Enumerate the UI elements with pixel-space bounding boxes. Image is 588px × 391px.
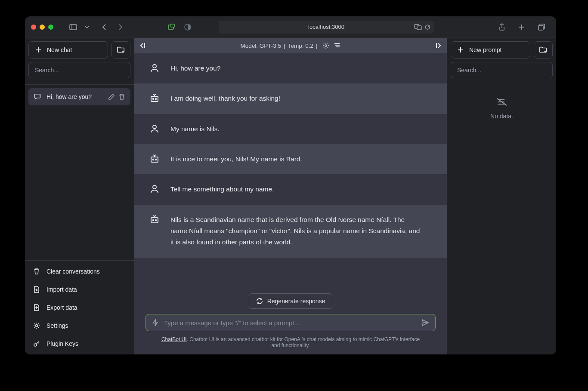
footer-note: ChatBot UI. Chatbot UI is an advanced ch… (141, 336, 440, 348)
tab-overview-icon[interactable] (535, 21, 548, 33)
plugin-keys-label: Plugin Keys (46, 340, 78, 347)
pencil-icon (108, 93, 115, 100)
new-prompt-label: New prompt (469, 46, 501, 53)
chat-list-button[interactable] (334, 42, 340, 49)
reload-icon[interactable] (424, 24, 430, 30)
translate-icon[interactable] (414, 24, 422, 30)
svg-point-15 (153, 125, 156, 129)
no-data-panel: No data. (447, 82, 556, 135)
svg-rect-3 (171, 24, 174, 27)
bot-avatar-icon (148, 214, 161, 248)
trash-icon (118, 93, 125, 100)
key-icon (33, 340, 40, 348)
folder-plus-icon (539, 46, 548, 54)
close-window-button[interactable] (31, 25, 36, 30)
svg-point-8 (36, 325, 38, 327)
send-button[interactable] (421, 319, 429, 326)
gear-icon (322, 42, 329, 49)
conversation-item[interactable]: Hi, how are you? (28, 88, 130, 105)
message-text: I am doing well, thank you for asking! (170, 93, 433, 104)
user-avatar-icon (148, 63, 161, 74)
collapse-left-sidebar-button[interactable] (139, 42, 147, 49)
user-avatar-icon (148, 123, 161, 135)
new-prompt-button[interactable]: New prompt (451, 41, 530, 58)
svg-rect-16 (151, 157, 158, 162)
message-list: Hi, how are you? I am doing well, thank … (134, 53, 447, 289)
plus-icon (35, 46, 42, 53)
footer-text: . Chatbot UI is an advanced chatbot kit … (187, 336, 420, 348)
svg-point-13 (153, 99, 154, 99)
new-chat-button[interactable]: New chat (28, 41, 108, 58)
tab-dropdown-icon[interactable] (84, 21, 90, 33)
footer-link[interactable]: ChatBot UI (161, 336, 187, 342)
sidebar-bottom-menu: Clear conversations Import data Export d… (25, 260, 134, 354)
user-avatar-icon (148, 184, 161, 195)
regenerate-button[interactable]: Regenerate response (249, 293, 333, 309)
minimize-window-button[interactable] (40, 25, 45, 30)
left-sidebar: New chat Hi, how are you? (25, 38, 134, 354)
url-bar[interactable]: localhost:3000 (219, 21, 434, 34)
model-label: Model: GPT-3.5 (241, 43, 282, 49)
message-text: Nils is a Scandinavian name that is deri… (170, 214, 433, 248)
conversation-list: Hi, how are you? (25, 84, 134, 109)
delete-conversation-button[interactable] (118, 93, 125, 100)
bolt-icon[interactable] (152, 319, 159, 326)
svg-point-10 (325, 45, 327, 46)
no-data-icon (496, 97, 508, 107)
search-conversations-input[interactable] (28, 62, 130, 78)
message-assistant: Nils is a Scandinavian name that is deri… (134, 205, 447, 258)
url-text: localhost:3000 (308, 24, 344, 30)
svg-point-11 (153, 65, 156, 68)
svg-rect-20 (151, 218, 158, 223)
new-chat-label: New chat (47, 46, 72, 53)
import-icon (33, 286, 40, 293)
plus-icon (457, 46, 464, 53)
import-data-label: Import data (46, 286, 77, 293)
message-input[interactable] (164, 319, 416, 326)
collapse-right-sidebar-button[interactable] (434, 42, 442, 49)
forward-button[interactable] (115, 21, 127, 33)
share-icon[interactable] (496, 21, 508, 33)
traffic-lights (31, 25, 53, 30)
chat-footer: Regenerate response ChatBot UI. Chatbot … (134, 289, 447, 354)
svg-point-19 (153, 185, 156, 189)
message-text: Hi, how are you? (170, 63, 433, 74)
import-data-button[interactable]: Import data (25, 280, 134, 299)
edit-conversation-button[interactable] (108, 93, 115, 100)
gear-icon (33, 322, 40, 329)
no-data-label: No data. (490, 113, 513, 120)
settings-label: Settings (46, 322, 68, 329)
message-text: My name is Nils. (170, 123, 433, 135)
message-user: My name is Nils. (134, 114, 447, 144)
svg-point-22 (155, 220, 156, 221)
sidebar-toggle-icon[interactable] (67, 21, 79, 33)
svg-rect-0 (70, 25, 77, 30)
temperature-label: Temp: 0.2 (288, 43, 313, 49)
maximize-window-button[interactable] (48, 25, 53, 30)
bot-avatar-icon (148, 93, 161, 104)
back-button[interactable] (98, 21, 110, 33)
new-folder-button[interactable] (111, 41, 130, 58)
message-assistant: I am doing well, thank you for asking! (134, 83, 447, 114)
plugin-keys-button[interactable]: Plugin Keys (25, 335, 134, 353)
message-user: Tell me something about my name. (134, 174, 447, 204)
shield-icon[interactable] (165, 21, 177, 33)
new-tab-icon[interactable] (516, 21, 528, 33)
folder-plus-icon (117, 46, 125, 54)
browser-window: localhost:3000 (25, 16, 556, 354)
privacy-icon[interactable] (182, 21, 194, 33)
refresh-icon (256, 298, 263, 305)
send-icon (421, 319, 429, 326)
svg-rect-6 (417, 26, 421, 30)
new-prompt-folder-button[interactable] (534, 41, 553, 58)
list-icon (334, 42, 340, 48)
conversation-title: Hi, how are you? (46, 93, 92, 100)
chat-settings-button[interactable] (322, 42, 329, 49)
message-user: Hi, how are you? (134, 53, 447, 83)
settings-button[interactable]: Settings (25, 317, 134, 335)
svg-point-14 (155, 99, 156, 99)
clear-conversations-button[interactable]: Clear conversations (25, 262, 134, 280)
export-data-button[interactable]: Export data (25, 299, 134, 317)
app-body: New chat Hi, how are you? (25, 38, 556, 354)
search-prompts-input[interactable] (451, 62, 553, 78)
